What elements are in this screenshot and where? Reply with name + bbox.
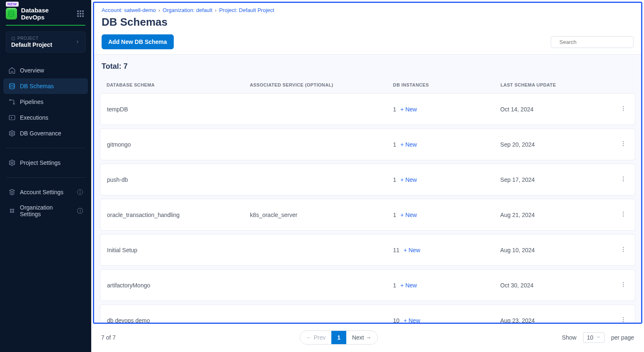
sidebar-item-executions[interactable]: Executions xyxy=(3,110,88,125)
svg-point-4 xyxy=(13,103,15,104)
prev-button[interactable]: ← Prev xyxy=(300,331,331,344)
page-title: DB Schemas xyxy=(102,16,634,29)
row-menu-button[interactable] xyxy=(618,244,628,256)
content-box: Account: satwell-demo › Organization: de… xyxy=(93,2,642,324)
new-instance-link[interactable]: + New xyxy=(403,247,420,253)
database-icon xyxy=(8,82,16,90)
sidebar-item-project-settings[interactable]: Project Settings xyxy=(3,155,88,171)
cell-instances: 11 + New xyxy=(393,247,501,253)
table-row[interactable]: push-db 1 + New Sep 17, 2024 xyxy=(100,164,635,195)
per-page-suffix: per page xyxy=(611,334,634,341)
search-icon xyxy=(555,39,556,45)
cell-updated: Oct 14, 2024 xyxy=(500,106,608,113)
arrow-right-icon: → xyxy=(366,334,372,341)
page-number[interactable]: 1 xyxy=(331,331,346,344)
sidebar-item-db-schemas[interactable]: DB Schemas xyxy=(3,78,88,94)
logo-underline xyxy=(6,25,85,26)
svg-point-9 xyxy=(13,209,14,210)
breadcrumb-project[interactable]: Project: Default Project xyxy=(219,7,274,13)
cell-updated: Aug 21, 2024 xyxy=(500,212,608,218)
cell-instances: 1 + New xyxy=(393,212,501,218)
search-input[interactable] xyxy=(559,39,629,45)
cell-instances: 1 + New xyxy=(393,141,501,148)
svg-point-17 xyxy=(623,143,624,144)
breadcrumb-account[interactable]: Account: satwell-demo xyxy=(102,7,156,13)
org-icon xyxy=(8,207,16,215)
per-page-select[interactable]: 10 xyxy=(583,332,605,343)
row-menu-button[interactable] xyxy=(618,104,628,115)
breadcrumb: Account: satwell-demo › Organization: de… xyxy=(102,7,634,13)
cell-schema: push-db xyxy=(107,176,250,183)
cell-updated: Aug 10, 2024 xyxy=(500,247,608,253)
show-label: Show xyxy=(562,334,576,341)
cell-schema: Initial Setup xyxy=(107,247,250,253)
breadcrumb-org[interactable]: Organization: default xyxy=(163,7,212,13)
pagination-footer: 7 of 7 ← Prev 1 Next → Show 10 per page xyxy=(91,325,644,352)
col-service: Associated Service (Optional) xyxy=(250,82,393,87)
new-instance-link[interactable]: + New xyxy=(400,212,417,218)
svg-point-28 xyxy=(623,282,624,283)
new-instance-link[interactable]: + New xyxy=(400,282,417,289)
sidebar-item-account-settings[interactable]: Account Settings i xyxy=(3,184,88,200)
cell-updated: Sep 20, 2024 xyxy=(500,141,608,148)
main-area: Account: satwell-demo › Organization: de… xyxy=(91,0,644,352)
row-menu-button[interactable] xyxy=(618,174,628,185)
svg-point-23 xyxy=(623,214,624,215)
sidebar: NEW Database DevOps PROJECT Default Proj… xyxy=(0,0,91,352)
svg-point-11 xyxy=(13,212,14,213)
table-row[interactable]: artifactoryMongo 1 + New Oct 30, 2024 xyxy=(100,269,635,301)
svg-point-19 xyxy=(623,176,624,177)
table-row[interactable]: tempDB 1 + New Oct 14, 2024 xyxy=(100,93,635,125)
table-row[interactable]: oracle_transaction_handling k8s_oracle_s… xyxy=(100,199,635,231)
next-button[interactable]: Next → xyxy=(346,331,377,344)
cell-instances: 1 + New xyxy=(393,176,501,183)
row-menu-button[interactable] xyxy=(618,315,628,324)
sidebar-item-org-settings[interactable]: Organization Settings i xyxy=(3,200,88,222)
new-instance-link[interactable]: + New xyxy=(400,106,417,113)
cell-instances: 1 + New xyxy=(393,106,501,113)
app-switcher-icon[interactable] xyxy=(75,9,85,19)
info-icon: i xyxy=(77,189,83,195)
pipeline-icon xyxy=(8,98,16,106)
table-row[interactable]: gitmongo 1 + New Sep 20, 2024 xyxy=(100,128,635,160)
project-label: PROJECT xyxy=(11,36,52,41)
new-instance-link[interactable]: + New xyxy=(400,141,417,148)
svg-point-26 xyxy=(623,249,624,250)
svg-point-20 xyxy=(623,178,624,179)
nav-section: Overview DB Schemas Pipelines Executions… xyxy=(0,61,91,143)
row-menu-button[interactable] xyxy=(618,280,628,291)
add-schema-button[interactable]: Add New DB Schema xyxy=(102,34,174,49)
project-selector[interactable]: PROJECT Default Project xyxy=(6,31,85,53)
sidebar-item-label: Pipelines xyxy=(20,99,44,105)
info-icon: i xyxy=(77,208,83,214)
svg-point-8 xyxy=(10,209,12,210)
cell-schema: oracle_transaction_handling xyxy=(107,212,250,218)
table-row[interactable]: Initial Setup 11 + New Aug 10, 2024 xyxy=(100,234,635,266)
sidebar-item-label: Project Settings xyxy=(20,159,61,166)
svg-point-15 xyxy=(623,110,624,111)
sidebar-item-overview[interactable]: Overview xyxy=(3,63,88,78)
search-box[interactable] xyxy=(551,36,634,48)
sidebar-item-label: DB Schemas xyxy=(20,83,54,89)
col-schema: Database Schema xyxy=(107,82,250,87)
cell-instances: 1 + New xyxy=(393,282,501,289)
row-menu-button[interactable] xyxy=(618,139,628,150)
new-instance-link[interactable]: + New xyxy=(403,317,420,324)
table-header: Database Schema Associated Service (Opti… xyxy=(100,77,635,93)
sidebar-item-label: Overview xyxy=(20,67,44,74)
prev-label: Prev xyxy=(313,334,326,341)
cell-instances: 10 + New xyxy=(393,317,501,324)
new-instance-link[interactable]: + New xyxy=(400,176,417,183)
cell-schema: gitmongo xyxy=(107,141,250,148)
per-page-value: 10 xyxy=(587,334,593,341)
range-text: 7 of 7 xyxy=(101,334,116,341)
table-row[interactable]: db devops demo 10 + New Aug 23, 2024 xyxy=(100,304,635,324)
executions-icon xyxy=(8,114,16,121)
svg-point-21 xyxy=(623,181,624,181)
cell-schema: artifactoryMongo xyxy=(107,282,250,289)
svg-point-12 xyxy=(555,41,556,42)
cell-schema: db devops demo xyxy=(107,317,250,324)
sidebar-item-pipelines[interactable]: Pipelines xyxy=(3,94,88,110)
sidebar-item-governance[interactable]: DB Governance xyxy=(3,125,88,141)
row-menu-button[interactable] xyxy=(618,209,628,220)
